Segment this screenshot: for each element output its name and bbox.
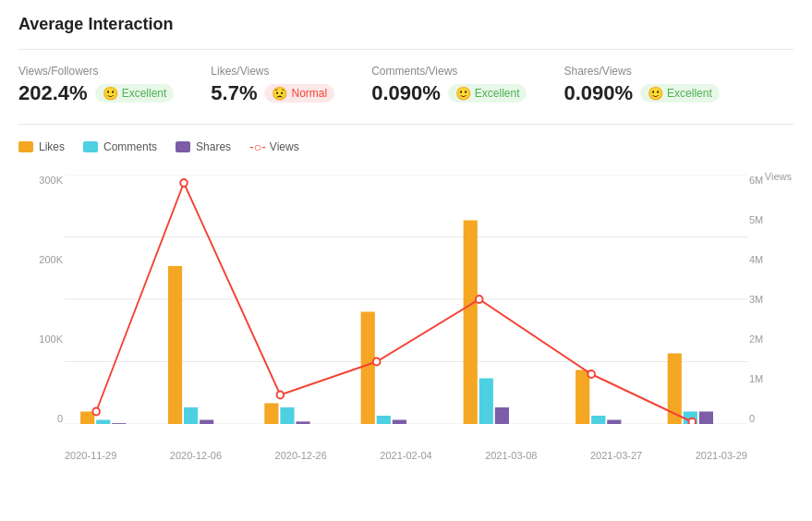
- svg-rect-22: [607, 420, 621, 425]
- svg-rect-10: [200, 420, 213, 425]
- svg-rect-11: [264, 404, 278, 425]
- y-left-3: 300K: [18, 175, 63, 186]
- svg-point-26: [92, 408, 100, 416]
- svg-rect-13: [296, 421, 309, 424]
- svg-point-30: [476, 296, 483, 303]
- metric-comments-views: Comments/Views 0.090% 🙂 Excellent: [371, 65, 527, 105]
- legend-likes-label: Likes: [39, 140, 65, 153]
- main-container: Average Interaction Views/Followers 202.…: [0, 0, 812, 521]
- legend-box-shares: [176, 141, 190, 152]
- svg-rect-9: [184, 407, 198, 424]
- svg-rect-15: [377, 416, 391, 424]
- legend-row: Likes Comments Shares -○- Views: [18, 139, 794, 154]
- legend-box-likes: [18, 141, 33, 152]
- views-line-icon: -○-: [249, 139, 266, 154]
- frown-icon-1: 😟: [272, 86, 287, 101]
- y-right-5: 5M: [749, 214, 794, 225]
- svg-rect-12: [280, 407, 294, 424]
- y-right-4: 4M: [749, 254, 794, 265]
- y-right-3: 3M: [749, 294, 794, 305]
- x-label-4: 2021-03-08: [485, 450, 537, 461]
- metric-likes-views: Likes/Views 5.7% 😟 Normal: [211, 65, 334, 105]
- badge-3: 🙂 Excellent: [640, 84, 720, 103]
- svg-point-28: [277, 392, 285, 399]
- y-axis-left: 0 100K 200K 300K: [18, 175, 63, 424]
- metric-value-row-1: 5.7% 😟 Normal: [211, 81, 334, 105]
- metric-value-row-0: 202.4% 🙂 Excellent: [18, 81, 174, 105]
- svg-rect-8: [168, 266, 182, 424]
- badge-0: 🙂 Excellent: [95, 84, 175, 103]
- smile-icon-3: 🙂: [648, 86, 663, 101]
- x-label-6: 2021-03-29: [696, 450, 747, 461]
- y-right-6: 6M: [749, 175, 794, 186]
- svg-point-27: [180, 179, 188, 187]
- metric-value-3: 0.090%: [564, 81, 633, 105]
- legend-views: -○- Views: [249, 139, 299, 154]
- svg-point-31: [588, 370, 595, 378]
- x-label-3: 2021-02-04: [380, 450, 431, 461]
- metric-views-followers: Views/Followers 202.4% 🙂 Excellent: [18, 65, 174, 105]
- x-axis: 2020-11-29 2020-12-06 2020-12-26 2021-02…: [65, 446, 747, 461]
- metric-label-0: Views/Followers: [18, 65, 174, 78]
- legend-views-label: Views: [270, 140, 299, 153]
- svg-point-32: [688, 418, 696, 424]
- legend-shares-label: Shares: [196, 140, 231, 153]
- metric-value-row-2: 0.090% 🙂 Excellent: [371, 81, 527, 105]
- svg-rect-17: [464, 221, 478, 425]
- metric-shares-views: Shares/Views 0.090% 🙂 Excellent: [564, 65, 719, 105]
- badge-2: 🙂 Excellent: [448, 84, 527, 103]
- y-left-0: 0: [18, 413, 63, 424]
- metrics-row: Views/Followers 202.4% 🙂 Excellent Likes…: [18, 65, 794, 105]
- x-label-5: 2021-03-27: [590, 450, 642, 461]
- svg-rect-21: [591, 416, 605, 424]
- legend-box-comments: [83, 141, 98, 152]
- metric-value-1: 5.7%: [211, 81, 257, 105]
- divider-2: [18, 124, 794, 125]
- smile-icon-2: 🙂: [455, 86, 471, 101]
- svg-rect-16: [393, 420, 406, 425]
- y-left-1: 100K: [18, 333, 63, 345]
- x-label-0: 2020-11-29: [65, 450, 116, 461]
- chart-container: 0 100K 200K 300K Views 0 1M 2M 3M 4M 5M …: [18, 165, 794, 461]
- legend-comments: Comments: [83, 140, 157, 153]
- x-label-1: 2020-12-06: [170, 450, 222, 461]
- metric-value-0: 202.4%: [18, 81, 88, 105]
- svg-rect-20: [576, 370, 589, 425]
- metric-label-3: Shares/Views: [564, 65, 719, 78]
- svg-rect-19: [495, 407, 509, 424]
- svg-rect-14: [361, 312, 375, 425]
- page-title: Average Interaction: [18, 15, 794, 34]
- svg-point-29: [373, 358, 381, 366]
- svg-rect-6: [96, 420, 110, 425]
- svg-rect-18: [479, 379, 493, 425]
- y-right-1: 1M: [749, 373, 794, 384]
- legend-likes: Likes: [18, 140, 65, 153]
- badge-1: 😟 Normal: [264, 84, 334, 103]
- divider: [18, 49, 794, 50]
- metric-label-1: Likes/Views: [211, 65, 334, 78]
- y-left-2: 200K: [18, 254, 63, 265]
- smile-icon-0: 🙂: [103, 86, 118, 101]
- legend-comments-label: Comments: [103, 140, 157, 153]
- metric-value-row-3: 0.090% 🙂 Excellent: [564, 81, 719, 105]
- y-axis-right: 0 1M 2M 3M 4M 5M 6M: [749, 175, 794, 424]
- metric-label-2: Comments/Views: [371, 65, 527, 78]
- svg-rect-25: [699, 412, 713, 425]
- metric-value-2: 0.090%: [371, 81, 441, 105]
- y-right-2: 2M: [749, 333, 794, 345]
- y-right-0: 0: [749, 413, 794, 424]
- x-label-2: 2020-12-26: [275, 450, 327, 461]
- svg-rect-7: [112, 423, 126, 424]
- legend-shares: Shares: [176, 140, 231, 153]
- chart-svg: [65, 175, 747, 424]
